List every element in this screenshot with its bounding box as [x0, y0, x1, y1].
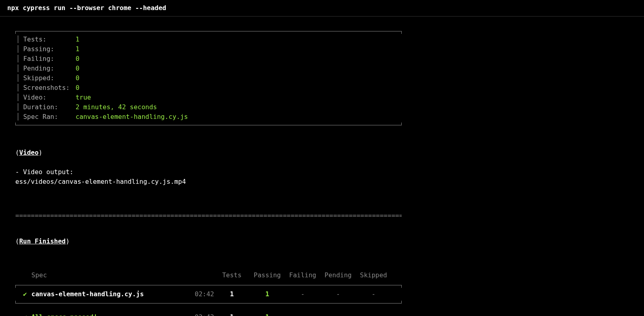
spec-time: 02:42: [174, 289, 214, 299]
summary-pending: -: [320, 312, 356, 316]
spec-tests: 1: [214, 289, 250, 299]
video-section-header: (Video): [15, 148, 629, 158]
summary-time: 02:42: [174, 312, 214, 316]
stat-tests: │Tests:1: [15, 35, 402, 44]
stat-failing: │Failing:0: [15, 54, 402, 64]
checkmark-icon: ✔: [19, 312, 31, 316]
summary-failing: -: [285, 312, 320, 316]
spec-pending: -: [320, 289, 356, 299]
col-failing-header: Failing: [285, 270, 320, 280]
spec-table-header: Spec Tests Passing Failing Pending Skipp…: [15, 270, 402, 280]
stat-screenshots: │Screenshots:0: [15, 83, 402, 93]
stat-duration: │Duration:2 minutes, 42 seconds: [15, 102, 402, 112]
divider-line: ========================================…: [15, 211, 402, 220]
spec-file-name: canvas-element-handling.cy.js: [31, 289, 174, 299]
stat-passing: │Passing:1: [15, 44, 402, 54]
results-box: │Tests:1 │Passing:1 │Failing:0 │Pending:…: [15, 31, 402, 125]
col-skipped-header: Skipped: [356, 270, 391, 280]
video-output-path: ess/videos/canvas-element-handling.cy.js…: [15, 177, 629, 187]
spec-row: ✔ canvas-element-handling.cy.js 02:42 1 …: [15, 285, 402, 304]
all-passed-text: All specs passed!: [31, 312, 174, 316]
checkmark-icon: ✔: [19, 289, 31, 299]
stat-skipped: │Skipped:0: [15, 73, 402, 83]
spec-failing: -: [285, 289, 320, 299]
col-tests-header: Tests: [214, 270, 250, 280]
spec-passing: 1: [250, 289, 285, 299]
spec-skipped: -: [356, 289, 391, 299]
video-output-label: - Video output:: [15, 167, 629, 177]
summary-row: ✔ All specs passed! 02:42 1 1 - - -: [15, 308, 402, 316]
summary-passing: 1: [250, 312, 285, 316]
run-finished-header: (Run Finished): [15, 237, 629, 246]
spec-table: Spec Tests Passing Failing Pending Skipp…: [15, 270, 402, 316]
stat-spec-ran: │Spec Ran:canvas-element-handling.cy.js: [15, 112, 402, 122]
summary-skipped: -: [356, 312, 391, 316]
col-pending-header: Pending: [320, 270, 356, 280]
stat-video: │Video:true: [15, 93, 402, 102]
col-passing-header: Passing: [250, 270, 285, 280]
col-spec-header: Spec: [19, 270, 174, 280]
command-line: npx cypress run --browser chrome --heade…: [0, 0, 644, 17]
summary-tests: 1: [214, 312, 250, 316]
terminal-output: npx cypress run --browser chrome --heade…: [0, 0, 644, 316]
stat-pending: │Pending:0: [15, 64, 402, 73]
